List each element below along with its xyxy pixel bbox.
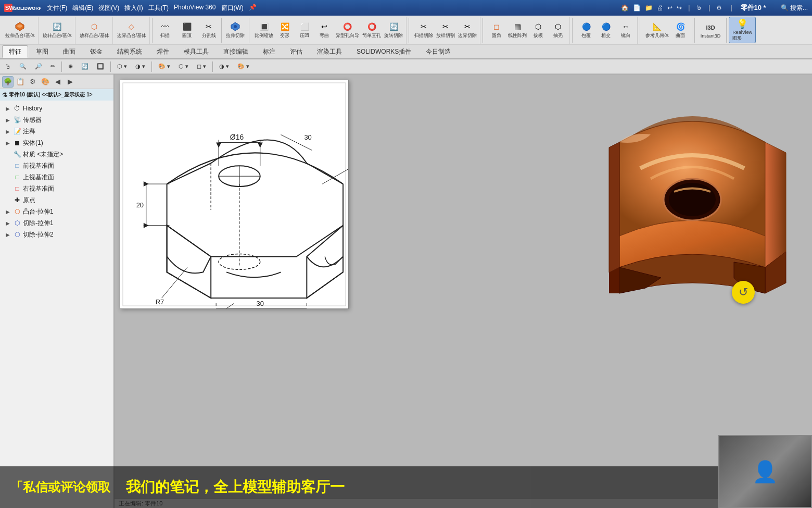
tab-feature[interactable]: 特征 xyxy=(2,45,28,58)
tab-markup[interactable]: 标注 xyxy=(256,45,282,58)
tree-item-material[interactable]: 🔧 材质 <未指定> xyxy=(0,148,113,160)
tree-expand-history[interactable]: ▶ xyxy=(4,105,11,112)
tree-item-origin[interactable]: ✚ 原点 xyxy=(0,194,113,206)
tree-item-history[interactable]: ▶ ⏱ History xyxy=(0,103,113,114)
arrow-left-btn[interactable]: ◀ xyxy=(52,76,64,88)
tab-sheetmetal[interactable]: 钣金 xyxy=(83,45,109,58)
menu-file[interactable]: 文件(F) xyxy=(47,4,67,13)
tree-item-boss-extrude1[interactable]: ▶ ⬡ 凸台-拉伸1 xyxy=(0,206,113,217)
appearance-btn[interactable]: 🎨 xyxy=(40,76,51,88)
tab-surface[interactable]: 曲面 xyxy=(56,45,82,58)
tree-expand-solid-bodies[interactable]: ▶ xyxy=(4,139,11,146)
view-btn-10[interactable]: 🎨 ▾ xyxy=(155,62,173,71)
view-btn-6[interactable]: 🔄 xyxy=(78,62,92,71)
config-manager-btn[interactable]: ⚙ xyxy=(27,76,39,88)
tab-direct-edit[interactable]: 直接编辑 xyxy=(217,45,255,58)
tab-weldment[interactable]: 焊件 xyxy=(150,45,176,58)
btn-extrude-boss[interactable]: 拉伸凸台/基体 xyxy=(4,20,36,40)
tree-item-annotations[interactable]: ▶ 📝 注释 xyxy=(0,126,113,137)
view-btn-13[interactable]: ◑ ▾ xyxy=(216,62,232,71)
btn-sweep-cut[interactable]: ✂ 扫描切除 xyxy=(413,20,434,40)
nav-print-icon[interactable]: 🖨 xyxy=(657,4,663,11)
tab-render[interactable]: 渲染工具 xyxy=(310,45,349,58)
btn-deform[interactable]: 🔀 变形 xyxy=(275,20,294,40)
view-btn-1[interactable]: 🖱 xyxy=(2,63,14,71)
btn-revolve-boss[interactable]: 🔄 旋转凸台/基体 xyxy=(42,20,73,40)
tree-item-right-plane[interactable]: □ 右视基准面 xyxy=(0,183,113,194)
btn-loft-boss[interactable]: ⬡ 放样凸台/基体 xyxy=(79,20,110,40)
tab-structure[interactable]: 结构系统 xyxy=(110,45,149,58)
menu-view[interactable]: 视图(V) xyxy=(98,4,119,13)
btn-realview[interactable]: 💡 RealView图形 xyxy=(729,17,756,43)
feature-tree-btn[interactable]: 🌳 xyxy=(2,76,14,88)
drawing-area[interactable]: Ø16 30 20 R30 R7 xyxy=(115,75,812,508)
nav-doc-icon[interactable]: 📄 xyxy=(633,4,641,11)
menu-window[interactable]: 窗口(W) xyxy=(221,4,244,13)
view-btn-2[interactable]: 🔍 xyxy=(16,62,30,71)
view-btn-8[interactable]: ⬡ ▾ xyxy=(114,62,130,71)
arrow-right-btn[interactable]: ▶ xyxy=(65,76,76,88)
rotate-indicator[interactable]: ↺ xyxy=(732,281,755,304)
btn-scale[interactable]: 🔳 比例缩放 xyxy=(253,20,274,40)
nav-folder-icon[interactable]: 📁 xyxy=(645,4,653,11)
btn-extrude-cut[interactable]: 拉伸切除 xyxy=(224,20,247,40)
tree-expand-annotations[interactable]: ▶ xyxy=(4,128,11,135)
tree-expand-cut-extrude2[interactable]: ▶ xyxy=(4,231,11,238)
btn-hole-wizard[interactable]: ⭕ 异型孔向导 xyxy=(335,20,360,40)
nav-home-icon[interactable]: 🏠 xyxy=(621,4,629,11)
tab-manufacturing[interactable]: 今日制造 xyxy=(419,45,458,58)
menu-help-icon[interactable]: 📌 xyxy=(249,4,257,13)
btn-fillet[interactable]: ◻ 圆角 xyxy=(487,20,506,40)
tab-solidworks-plugin[interactable]: SOLIDWORKS插件 xyxy=(350,45,418,58)
btn-boundary-cut[interactable]: ✂ 边界切除 xyxy=(457,20,478,40)
view-btn-3[interactable]: 🔎 xyxy=(32,62,45,71)
tree-expand-boss-extrude1[interactable]: ▶ xyxy=(4,208,11,215)
property-manager-btn[interactable]: 📋 xyxy=(15,76,26,88)
nav-undo-icon[interactable]: ↩ xyxy=(667,4,673,11)
menu-edit[interactable]: 编辑(E) xyxy=(72,4,93,13)
search-bar[interactable]: 🔍 搜索... xyxy=(781,4,808,13)
btn-dome[interactable]: ⬛ 圆顶 xyxy=(176,20,197,40)
tree-item-cut-extrude2[interactable]: ▶ ⬡ 切除-拉伸2 xyxy=(0,229,113,240)
menu-photoview[interactable]: PhotoView 360 xyxy=(174,4,216,13)
btn-revolve-cut[interactable]: 🔄 旋转切除 xyxy=(383,20,404,40)
btn-intersect[interactable]: 🔵 相交 xyxy=(597,20,615,40)
menu-insert[interactable]: 插入(I) xyxy=(124,4,143,13)
tree-item-sensors[interactable]: ▶ 📡 传感器 xyxy=(0,114,113,126)
menu-tools[interactable]: 工具(T) xyxy=(148,4,169,13)
btn-flex[interactable]: ↩ 弯曲 xyxy=(315,20,334,40)
nav-settings-icon[interactable]: ⚙ xyxy=(716,4,722,11)
btn-ref-geometry[interactable]: 📐 参考几何体 xyxy=(644,20,670,40)
view-btn-12[interactable]: ◻ ▾ xyxy=(194,62,209,71)
view-btn-4[interactable]: ✏ xyxy=(47,62,58,71)
btn-simple-hole[interactable]: ⭕ 简单直孔 xyxy=(361,20,382,40)
btn-indent[interactable]: ⬜ 压凹 xyxy=(295,20,314,40)
tab-mold[interactable]: 模具工具 xyxy=(177,45,215,58)
tree-root-item[interactable]: ⚗ 零件10 (默认) <<默认>_显示状态 1> xyxy=(0,89,113,101)
btn-mirror[interactable]: ↔ 镜向 xyxy=(616,20,635,40)
btn-sweep[interactable]: 〰 扫描 xyxy=(155,20,175,40)
tree-item-solid-bodies[interactable]: ▶ ◼ 实体(1) xyxy=(0,137,113,148)
btn-curves[interactable]: 🌀 曲面 xyxy=(671,20,690,40)
btn-split-line[interactable]: ✂ 分割线 xyxy=(198,20,219,40)
tree-expand-cut-extrude1[interactable]: ▶ xyxy=(4,219,11,227)
view-btn-7[interactable]: 🔲 xyxy=(94,62,107,71)
btn-instant3d[interactable]: I3D Instant3D xyxy=(697,21,724,40)
btn-linear-pattern[interactable]: ▦ 线性阵列 xyxy=(507,20,528,40)
tree-item-front-plane[interactable]: □ 前视基准面 xyxy=(0,160,113,171)
btn-wrap[interactable]: 🔵 包覆 xyxy=(577,20,595,40)
tab-evaluate[interactable]: 评估 xyxy=(283,45,309,58)
nav-cursor-icon[interactable]: 🖱 xyxy=(696,4,702,11)
view-btn-11[interactable]: ⬡ ▾ xyxy=(175,62,192,71)
btn-boundary-boss[interactable]: ◇ 边界凸台/基体 xyxy=(116,20,148,40)
tree-item-cut-extrude1[interactable]: ▶ ⬡ 切除-拉伸1 xyxy=(0,217,113,229)
tree-expand-sensors[interactable]: ▶ xyxy=(4,116,11,123)
nav-redo-icon[interactable]: ↪ xyxy=(677,4,682,11)
btn-shell[interactable]: ⬡ 抽壳 xyxy=(549,20,567,40)
tree-item-top-plane[interactable]: □ 上视基准面 xyxy=(0,171,113,183)
view-btn-9[interactable]: ◑ ▾ xyxy=(132,62,148,71)
tab-sketch[interactable]: 草图 xyxy=(29,45,55,58)
view-btn-14[interactable]: 🎨 ▾ xyxy=(234,62,252,71)
btn-draft[interactable]: ⬡ 拔模 xyxy=(529,20,548,40)
btn-loft-cut[interactable]: ✂ 放样切割 xyxy=(435,20,456,40)
